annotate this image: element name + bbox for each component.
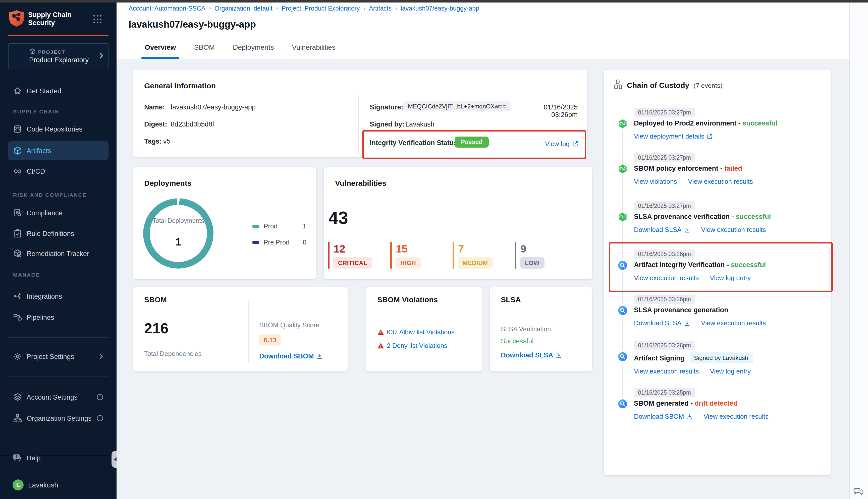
low-badge: LOW bbox=[520, 257, 544, 269]
chain-of-custody-count: (7 events) bbox=[694, 82, 723, 89]
breadcrumb-separator: › bbox=[276, 5, 278, 12]
sidebar-item-rule-definitions[interactable]: Rule Definitions bbox=[0, 224, 117, 243]
tags-label: Tags: bbox=[144, 137, 162, 145]
download-slsa-link[interactable]: Download SLSA bbox=[501, 351, 562, 359]
breadcrumb-separator: › bbox=[363, 5, 365, 12]
module-grid-icon[interactable] bbox=[94, 15, 102, 24]
sidebar-item-account-settings[interactable]: Account Settings bbox=[0, 388, 117, 406]
integrity-verification-event-icon bbox=[618, 260, 627, 270]
sidebar-item-remediation-tracker[interactable]: Remediation Tracker bbox=[0, 244, 117, 263]
download-icon bbox=[684, 227, 690, 233]
breadcrumb-artifacts[interactable]: Artifacts bbox=[369, 5, 391, 12]
sbom-title: SBOM bbox=[144, 295, 167, 304]
signature-label: Signature: bbox=[370, 104, 403, 111]
download-icon bbox=[686, 413, 692, 419]
allow-list-violations-link[interactable]: 637 Allow list Violations bbox=[377, 328, 455, 336]
sidebar-item-artifacts[interactable]: Artifacts bbox=[8, 141, 108, 160]
breadcrumb: Account: Automation-SSCA › Organization:… bbox=[129, 5, 479, 12]
view-execution-results-link[interactable]: View execution results bbox=[701, 319, 766, 327]
sbom-divider bbox=[248, 301, 249, 363]
download-sbom-link[interactable]: Download SBOM bbox=[634, 413, 692, 420]
sidebar-item-get-started[interactable]: Get Started bbox=[0, 81, 117, 100]
deployments-donut-value: 1 bbox=[143, 236, 214, 248]
deny-list-violations-link[interactable]: 2 Deny list Violations bbox=[377, 342, 447, 349]
general-information-title: General Information bbox=[144, 81, 216, 90]
sidebar-item-project-settings[interactable]: Project Settings bbox=[0, 347, 117, 366]
sidebar-section-supply-chain: SUPPLY CHAIN bbox=[13, 108, 59, 114]
view-execution-results-link[interactable]: View execution results bbox=[634, 367, 699, 375]
event-status: failed bbox=[724, 165, 742, 172]
download-icon bbox=[684, 320, 690, 326]
high-count: 15 bbox=[396, 243, 408, 255]
view-execution-results-link[interactable]: View execution results bbox=[701, 226, 766, 233]
event-timestamp: 01/16/2025 03:27pm bbox=[634, 153, 695, 162]
breadcrumb-project[interactable]: Project: Product Exploratory bbox=[281, 5, 360, 12]
clipboard-check-icon bbox=[13, 229, 22, 238]
view-log-entry-link[interactable]: View log entry bbox=[710, 367, 751, 375]
view-execution-results-link[interactable]: View execution results bbox=[634, 274, 699, 282]
sbom-quality-score-label: SBOM Quality Score bbox=[259, 321, 320, 329]
download-slsa-link[interactable]: Download SLSA bbox=[634, 226, 690, 233]
view-deployment-details-link[interactable]: View deployment details bbox=[634, 133, 713, 140]
tab-overview[interactable]: Overview bbox=[145, 43, 176, 51]
sidebar-item-organization-settings[interactable]: Organization Settings bbox=[0, 409, 117, 428]
download-icon bbox=[556, 352, 562, 358]
policy-event-icon bbox=[618, 164, 627, 174]
signature-value[interactable]: MEQCICde2VjIT...bL+2+mqnOXw== bbox=[403, 101, 511, 111]
artifacts-cube-icon bbox=[13, 146, 22, 155]
integrations-icon bbox=[13, 292, 22, 301]
breadcrumb-account[interactable]: Account: Automation-SSCA bbox=[129, 5, 205, 12]
external-link-icon bbox=[572, 141, 579, 147]
view-log-link[interactable]: View log bbox=[545, 140, 579, 148]
slsa-generation-event-icon bbox=[618, 306, 627, 315]
user-name: Lavakush bbox=[28, 481, 58, 489]
sidebar-item-pipelines[interactable]: Pipelines bbox=[0, 308, 117, 327]
sidebar-item-help[interactable]: ? Help bbox=[0, 448, 117, 467]
info-icon bbox=[96, 415, 104, 422]
sidebar-item-user[interactable]: L Lavakush bbox=[0, 475, 117, 495]
deployment-event-icon bbox=[618, 119, 627, 129]
sidebar-item-code-repositories[interactable]: Code Repositories bbox=[0, 120, 117, 138]
view-violations-link[interactable]: View violations bbox=[634, 178, 677, 185]
tab-sbom[interactable]: SBOM bbox=[194, 43, 215, 51]
external-link-icon bbox=[707, 133, 713, 139]
view-log-entry-link[interactable]: View log entry bbox=[710, 274, 751, 282]
sidebar-item-cicd[interactable]: CI/CD bbox=[0, 162, 117, 181]
compliance-document-icon bbox=[13, 208, 22, 217]
signed-by-badge: Signed by Lavakush bbox=[689, 352, 753, 364]
integrity-label: Integrity Verification Status: bbox=[370, 139, 460, 147]
event-status: successful bbox=[743, 120, 777, 127]
signature-timestamp: 01/16/2025 03:26pm bbox=[518, 104, 578, 119]
legend-item-pre-prod: Pre Prod 0 bbox=[252, 239, 306, 246]
event-status: drift detected bbox=[695, 400, 738, 407]
event-title: SLSA provenance verification - successfu… bbox=[634, 213, 771, 220]
event-status: successful bbox=[736, 213, 771, 220]
warning-icon bbox=[377, 329, 384, 335]
event-title: SBOM policy enforcement - failed bbox=[634, 165, 742, 172]
critical-bar bbox=[328, 242, 329, 269]
tab-vulnerabilities[interactable]: Vulnerabilities bbox=[292, 43, 335, 51]
feedback-chat-icon[interactable] bbox=[853, 486, 864, 497]
view-execution-results-link[interactable]: View execution results bbox=[703, 413, 768, 420]
header-divider bbox=[117, 37, 849, 37]
low-count: 9 bbox=[520, 243, 526, 255]
view-execution-results-link[interactable]: View execution results bbox=[688, 178, 753, 185]
breadcrumb-current[interactable]: lavakush07/easy-buggy-app bbox=[401, 5, 479, 12]
event-timestamp: 01/16/2025 03:27pm bbox=[634, 108, 695, 117]
deployments-donut-hole bbox=[150, 205, 207, 262]
help-chat-icon: ? bbox=[13, 453, 22, 462]
sidebar-item-integrations[interactable]: Integrations bbox=[0, 287, 117, 306]
account-layers-icon bbox=[13, 392, 22, 402]
event-title: Artifact SigningSigned by Lavakush bbox=[634, 352, 753, 364]
info-icon bbox=[96, 393, 104, 401]
sbom-quality-score-value: 6.13 bbox=[259, 334, 281, 346]
tab-deployments[interactable]: Deployments bbox=[233, 43, 274, 51]
sidebar: Supply Chain Security PROJECT Product Ex… bbox=[0, 2, 117, 499]
download-sbom-link[interactable]: Download SBOM bbox=[259, 352, 323, 360]
name-value: lavakush07/easy-buggy-app bbox=[171, 104, 256, 111]
sidebar-item-compliance[interactable]: Compliance bbox=[0, 203, 117, 222]
page-title: lavakush07/easy-buggy-app bbox=[129, 19, 256, 30]
breadcrumb-organization[interactable]: Organization: default bbox=[215, 5, 273, 12]
supply-chain-security-logo-icon bbox=[8, 10, 25, 28]
download-slsa-link[interactable]: Download SLSA bbox=[634, 319, 690, 327]
